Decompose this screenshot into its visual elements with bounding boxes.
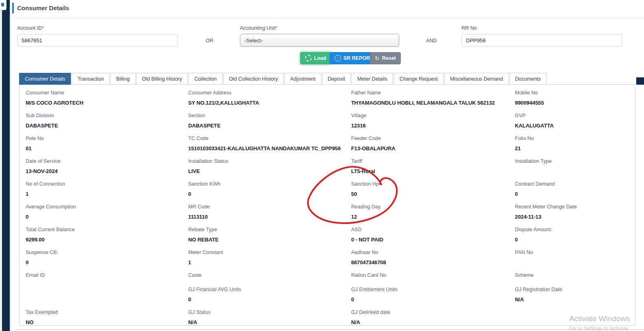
- field-label: Date of Service: [26, 158, 183, 164]
- details-cell: Consumer NameM/S COCO AGROTECH: [26, 90, 188, 106]
- tab-consumer-details[interactable]: Consumer Details: [19, 73, 71, 85]
- details-cell: Suspense CB:0: [26, 250, 188, 265]
- details-row: Consumer NameM/S COCO AGROTECHConsumer A…: [26, 90, 635, 106]
- page-header: Consumer Details: [11, 0, 644, 18]
- details-cell: Folio No21: [515, 136, 635, 151]
- tab-old-billing-history[interactable]: Old Billing History: [136, 73, 188, 85]
- tab-collection[interactable]: Collection: [189, 73, 222, 85]
- details-cell: GVPKALALUGATTA: [515, 113, 635, 129]
- details-cell: TariffLT5-Rural: [351, 158, 515, 174]
- details-row: Average Consumption0MR Code1113110Readin…: [26, 204, 635, 220]
- sidebar-toggle[interactable]: [0, 0, 7, 10]
- details-cell: [26, 287, 188, 303]
- details-cell: TC Code1510103033421-KALALUGHATTA NANDAK…: [188, 136, 351, 151]
- consumer-details-panel: Consumer NameM/S COCO AGROTECHConsumer A…: [19, 84, 635, 326]
- details-cell: Village12316: [351, 113, 515, 129]
- tab-transaction[interactable]: Transaction: [72, 73, 110, 85]
- details-cell: GJ Financial AVG Units0: [188, 287, 351, 303]
- details-cell: MR Code1113110: [188, 204, 351, 220]
- search-form: Account ID* OR Accounting Unit* -Select-…: [11, 17, 644, 73]
- field-label: Consumer Address: [188, 90, 346, 96]
- details-row: Suspense CB:0Meter Constant1Aadhaar No86…: [26, 250, 635, 265]
- details-cell: GJ Delinked dateN/A: [351, 309, 515, 325]
- accounting-unit-label: Accounting Unit*: [240, 25, 277, 31]
- field-value: 0: [515, 237, 630, 243]
- watermark-line2: Go to Settings to activate: [569, 325, 630, 331]
- field-value: LIVE: [188, 168, 346, 174]
- activate-windows-watermark: Activate Windows Go to Settings to activ…: [569, 314, 630, 331]
- details-cell: Total Current Balance9299.00: [26, 227, 188, 243]
- details-cell: Dispute Amount:0: [515, 227, 635, 243]
- details-cell: Pole No01: [26, 136, 188, 151]
- field-value: N/A: [351, 319, 510, 325]
- load-button[interactable]: Load: [300, 52, 331, 64]
- rr-no-input[interactable]: [462, 34, 622, 46]
- field-label: No of Connection: [26, 181, 183, 187]
- details-row: Date of Service13-NOV-2024Installation S…: [26, 158, 635, 174]
- details-row: No of Connection1Sanction KWh0Sanction H…: [26, 181, 635, 197]
- details-row: Pole No01TC Code1510103033421-KALALUGHAT…: [26, 136, 635, 151]
- field-label: Pole No: [26, 136, 183, 141]
- tab-deposit[interactable]: Deposit: [322, 73, 351, 85]
- details-cell: Sub DivisionDABASPETE: [26, 113, 188, 129]
- field-label: Tariff: [351, 158, 510, 164]
- tab-meter-details[interactable]: Meter Details: [352, 73, 393, 85]
- details-cell: Average Consumption0: [26, 204, 188, 220]
- field-label: Rebate Type: [188, 227, 346, 232]
- field-value: 01: [26, 145, 183, 151]
- field-label: Sanction Hp: [351, 181, 510, 187]
- details-cell: Installation StatusLIVE: [188, 158, 351, 174]
- tab-documents[interactable]: Documents: [510, 73, 547, 85]
- field-value: 1: [26, 191, 183, 197]
- field-label: GJ Financial AVG Units: [188, 287, 346, 292]
- field-value: 0: [515, 191, 630, 197]
- field-value: 0: [351, 296, 510, 303]
- field-label: Dispute Amount:: [515, 227, 630, 232]
- field-label: TC Code: [188, 136, 346, 141]
- tab-billing[interactable]: Billing: [110, 73, 135, 85]
- reset-button[interactable]: ↻ Reset: [370, 52, 401, 64]
- field-label: Village: [351, 113, 510, 118]
- field-label: Reading Day: [351, 204, 510, 210]
- details-row: Sub DivisionDABASPETESectionDABASPETEVil…: [26, 113, 635, 129]
- details-cell: Mobile No9900944555: [515, 90, 635, 106]
- field-value: 9299.00: [26, 237, 183, 243]
- details-cell: Reading Day12: [351, 204, 515, 220]
- main-card: Consumer Details Account ID* OR Accounti…: [11, 0, 644, 331]
- details-cell: PAN No: [515, 250, 635, 265]
- watermark-line1: Activate Windows: [569, 314, 630, 323]
- field-label: MR Code: [188, 204, 346, 210]
- collapsed-sidebar-rail[interactable]: [2, 0, 10, 331]
- details-cell: Sanction Hp50: [351, 181, 515, 197]
- field-label: Caste: [188, 272, 346, 278]
- field-value: [515, 168, 630, 174]
- tab-miscellaneous-demand[interactable]: Miscellaneous Demand: [444, 73, 509, 85]
- details-row: Tax ExemptedNOGJ StatusN/AGJ Delinked da…: [26, 309, 635, 325]
- field-label: Mobile No: [515, 90, 630, 96]
- tab-adjustment[interactable]: Adjustment: [284, 73, 321, 85]
- or-label: OR: [206, 38, 213, 44]
- accounting-unit-selected-value: -Select-: [244, 37, 263, 44]
- field-label: Email ID: [26, 272, 183, 278]
- field-label: Tax Exempted: [26, 309, 183, 315]
- details-cell: SectionDABASPETE: [188, 113, 351, 129]
- tab-change-request[interactable]: Change Request: [394, 73, 444, 85]
- tab-old-collection-history[interactable]: Old Collection History: [223, 73, 284, 85]
- spinner-icon: [305, 55, 312, 61]
- field-value: 0: [26, 259, 183, 265]
- field-value: 0 - NOT PAID: [351, 237, 510, 243]
- accounting-unit-select[interactable]: -Select-: [240, 34, 399, 47]
- field-value: 0: [188, 296, 346, 303]
- field-label: Aadhaar No: [351, 250, 510, 255]
- right-edge-widget[interactable]: [636, 77, 644, 85]
- details-row: GJ Financial AVG Units0GJ Entitlement Un…: [26, 287, 635, 303]
- field-label: Meter Constant: [188, 250, 346, 255]
- account-id-label: Account ID*: [17, 25, 44, 31]
- field-label: Average Consumption: [26, 204, 183, 210]
- field-label: GJ Status: [188, 309, 346, 315]
- field-value: DABASPETE: [26, 123, 183, 129]
- details-cell: Recent Meter Change Date2024-11-13: [515, 204, 635, 220]
- field-label: GJ Delinked date: [351, 309, 510, 315]
- field-label: Recent Meter Change Date: [515, 204, 630, 210]
- account-id-input[interactable]: [17, 34, 178, 46]
